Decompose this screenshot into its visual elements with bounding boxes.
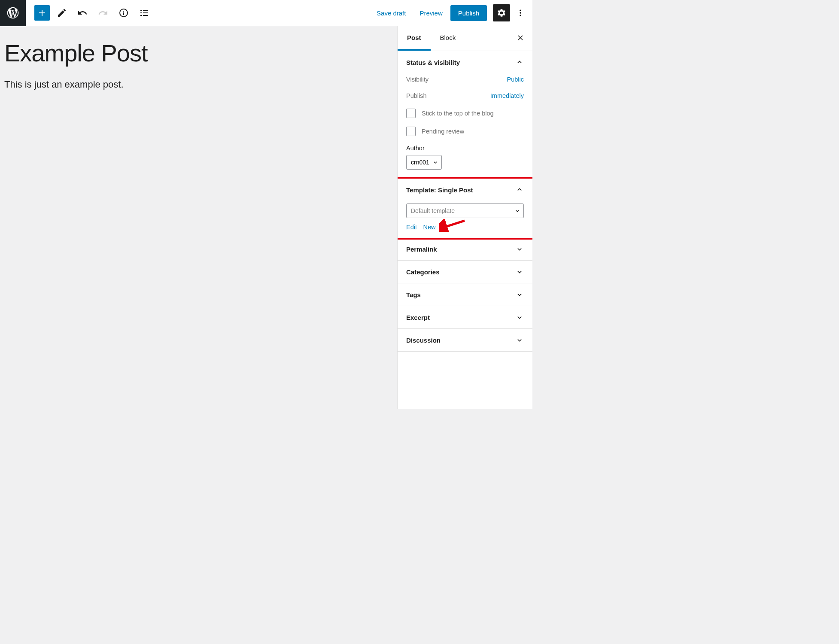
- template-edit-link[interactable]: Edit: [406, 224, 417, 231]
- close-icon: [516, 33, 525, 42]
- save-draft-button[interactable]: Save draft: [371, 5, 412, 21]
- panel-categories-heading: Categories: [406, 268, 440, 276]
- author-label: Author: [406, 145, 524, 152]
- chevron-down-icon: [515, 267, 524, 276]
- panel-template: Template: Single Post Default template E…: [398, 179, 532, 238]
- more-options-button[interactable]: [512, 4, 529, 21]
- annotation-highlight: Template: Single Post Default template E…: [397, 177, 532, 240]
- chevron-up-icon: [515, 185, 524, 194]
- sticky-checkbox[interactable]: [406, 109, 416, 118]
- top-toolbar: Save draft Preview Publish: [0, 0, 532, 26]
- outline-button[interactable]: [136, 4, 153, 21]
- add-block-button[interactable]: [34, 5, 50, 21]
- publish-button[interactable]: Publish: [450, 5, 487, 21]
- panel-discussion: Discussion: [398, 329, 532, 352]
- visibility-value[interactable]: Public: [507, 76, 524, 83]
- author-value: crn001: [411, 159, 429, 166]
- tab-post[interactable]: Post: [398, 26, 431, 51]
- chevron-down-icon: [515, 313, 524, 322]
- kebab-icon: [516, 9, 525, 17]
- panel-categories-toggle[interactable]: Categories: [398, 261, 532, 283]
- chevron-down-icon: [432, 159, 439, 166]
- preview-button[interactable]: Preview: [413, 5, 448, 21]
- pending-review-checkbox[interactable]: [406, 127, 416, 136]
- panel-excerpt-heading: Excerpt: [406, 314, 430, 321]
- panel-tags-heading: Tags: [406, 291, 421, 298]
- publish-label: Publish: [406, 92, 427, 99]
- plus-icon: [37, 8, 47, 18]
- main-area: Example Post This is just an example pos…: [0, 26, 532, 409]
- tool-group-right: Save draft Preview Publish: [371, 4, 532, 21]
- close-sidebar-button[interactable]: [508, 33, 532, 44]
- sidebar-tabs: Post Block: [398, 26, 532, 51]
- panel-discussion-heading: Discussion: [406, 337, 441, 344]
- panel-status-heading: Status & visibility: [406, 59, 460, 66]
- panel-excerpt: Excerpt: [398, 306, 532, 329]
- template-select-value: Default template: [411, 207, 455, 214]
- panel-discussion-toggle[interactable]: Discussion: [398, 329, 532, 351]
- svg-line-4: [443, 221, 465, 228]
- chevron-down-icon: [515, 336, 524, 344]
- sticky-label: Stick to the top of the blog: [422, 110, 494, 117]
- settings-sidebar: Post Block Status & visibility Visibilit…: [397, 26, 532, 409]
- undo-icon: [77, 8, 88, 18]
- redo-icon: [98, 8, 108, 18]
- tab-block[interactable]: Block: [431, 26, 465, 51]
- author-select[interactable]: crn001: [406, 155, 442, 170]
- panel-permalink-toggle[interactable]: Permalink: [398, 238, 532, 260]
- panel-permalink: Permalink: [398, 238, 532, 261]
- panel-template-heading: Template: Single Post: [406, 186, 473, 194]
- panel-permalink-heading: Permalink: [406, 246, 437, 253]
- info-icon: [119, 8, 129, 18]
- info-button[interactable]: [115, 4, 132, 21]
- panel-template-toggle[interactable]: Template: Single Post: [398, 179, 532, 201]
- pending-review-label: Pending review: [422, 128, 464, 135]
- chevron-down-icon: [515, 290, 524, 299]
- publish-value[interactable]: Immediately: [490, 92, 524, 99]
- panel-status-visibility: Status & visibility Visibility Public Pu…: [398, 51, 532, 179]
- post-title[interactable]: Example Post: [4, 39, 393, 67]
- panel-excerpt-toggle[interactable]: Excerpt: [398, 306, 532, 328]
- pencil-icon: [57, 8, 67, 18]
- chevron-down-icon: [515, 245, 524, 253]
- panel-tags-toggle[interactable]: Tags: [398, 283, 532, 306]
- template-select[interactable]: Default template: [406, 204, 524, 218]
- panel-tags: Tags: [398, 283, 532, 306]
- panel-status-toggle[interactable]: Status & visibility: [398, 51, 532, 73]
- list-view-icon: [139, 8, 149, 18]
- svg-point-0: [520, 10, 521, 11]
- settings-button[interactable]: [493, 4, 510, 21]
- svg-point-1: [520, 12, 521, 13]
- editor-canvas[interactable]: Example Post This is just an example pos…: [0, 26, 397, 409]
- svg-point-2: [520, 15, 521, 16]
- wordpress-logo[interactable]: [0, 0, 26, 26]
- template-new-link[interactable]: New: [423, 224, 435, 231]
- redo-button[interactable]: [94, 4, 112, 21]
- gear-icon: [497, 8, 506, 18]
- annotation-arrow-icon: [439, 219, 469, 232]
- visibility-label: Visibility: [406, 76, 429, 83]
- wordpress-icon: [6, 6, 20, 20]
- edit-mode-button[interactable]: [53, 4, 70, 21]
- chevron-up-icon: [515, 58, 524, 67]
- undo-button[interactable]: [74, 4, 91, 21]
- panel-categories: Categories: [398, 261, 532, 283]
- post-body[interactable]: This is just an example post.: [4, 79, 393, 90]
- tool-group-left: [26, 4, 153, 21]
- chevron-down-icon: [514, 207, 521, 214]
